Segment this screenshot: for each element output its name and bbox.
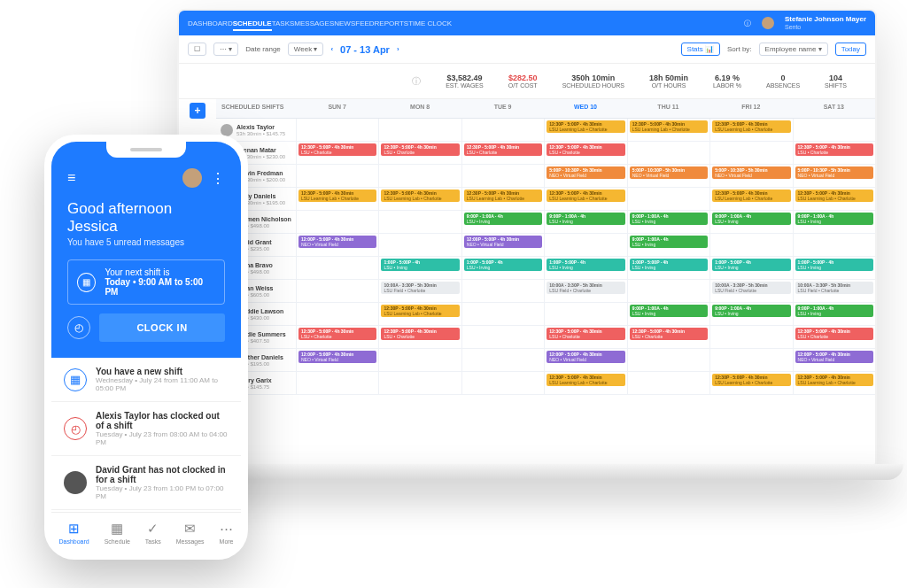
shift-card[interactable]: 9:00P · 1:00A · 4hLSU • Irving [712,305,790,317]
nav-tab-dashboard[interactable]: DASHBOARD [188,19,233,27]
nav-tab-messages[interactable]: MESSAGES [294,19,334,27]
shift-card[interactable]: 12:30P · 5:00P · 4h 30minLSU • Charlotte [547,328,624,340]
shift-slot[interactable]: 9:00P · 1:00A · 4hLSU • Irving [709,211,792,234]
shift-slot[interactable] [709,142,792,165]
shift-slot[interactable] [296,280,378,303]
shift-card[interactable]: 9:00P · 1:00A · 4hLSU • Irving [795,305,873,317]
shift-card[interactable]: 12:30P · 5:00P · 4h 30minLSU Learning La… [712,120,790,133]
shift-card[interactable]: 9:00P · 1:00A · 4hLSU • Irving [630,213,708,225]
shift-slot[interactable]: 12:30P · 5:00P · 4h 30minLSU Learning La… [709,119,792,142]
shift-slot[interactable] [627,349,709,372]
shift-slot[interactable] [461,326,544,349]
shift-slot[interactable]: 1:00P · 5:00P · 4hLSU • Irving [378,257,461,280]
shift-slot[interactable] [709,234,792,257]
shift-card[interactable]: 12:00P · 5:00P · 4h 30minNEO • Virtual F… [464,236,542,248]
shift-slot[interactable]: 12:30P · 5:00P · 4h 30minLSU Learning La… [709,188,792,211]
day-header[interactable]: WED 10 [544,99,626,119]
shift-slot[interactable]: 10:00A · 3:30P · 5h 30minLSU Field • Cha… [793,280,875,303]
shift-slot[interactable]: 1:00P · 5:00P · 4hLSU • Irving [793,257,875,280]
shift-card[interactable]: 12:30P · 5:00P · 4h 30minLSU Learning La… [464,190,542,202]
nav-item-messages[interactable]: ✉Messages [176,521,205,545]
shift-card[interactable]: 1:00P · 5:00P · 4hLSU • Irving [712,259,790,271]
today-button[interactable]: Today [835,43,866,56]
shift-card[interactable]: 1:00P · 5:00P · 4hLSU • Irving [630,259,708,271]
shift-slot[interactable] [378,349,461,372]
shift-card[interactable]: 12:30P · 5:00P · 4h 30minLSU Learning La… [298,190,376,202]
shift-slot[interactable] [793,119,875,142]
shift-card[interactable]: 1:00P · 5:00P · 4hLSU • Irving [547,259,624,271]
menu-icon[interactable]: ≡ [67,170,75,186]
shift-card[interactable]: 12:30P · 5:00P · 4h 30minLSU Learning La… [795,374,873,386]
shift-card[interactable]: 10:00A · 3:30P · 5h 30minLSU Field • Cha… [795,282,873,294]
shift-card[interactable]: 12:00P · 5:00P · 4h 30minNEO • Virtual F… [547,351,624,363]
day-header[interactable]: MON 8 [378,99,461,119]
shift-slot[interactable]: 12:30P · 5:00P · 4h 30minLSU • Charlotte [793,326,875,349]
shift-card[interactable]: 12:00P · 5:00P · 4h 30minNEO • Virtual F… [298,236,376,248]
shift-card[interactable]: 12:30P · 5:00P · 4h 30minLSU • Charlotte [630,328,708,340]
shift-slot[interactable]: 9:00P · 1:00A · 4hLSU • Irving [627,211,709,234]
nav-item-tasks[interactable]: ✓Tasks [145,521,161,545]
shift-slot[interactable] [296,303,378,326]
shift-slot[interactable] [296,119,378,142]
next-shift-card[interactable]: ▦ Your next shift is Today • 9:00 AM to … [67,259,225,305]
shift-card[interactable]: 12:30P · 5:00P · 4h 30minLSU Learning La… [381,305,459,317]
nav-tab-tasks[interactable]: TASKS [272,19,295,27]
shift-slot[interactable] [378,119,461,142]
shift-slot[interactable]: 5:00P · 10:30P · 5h 30minNEO • Virtual F… [627,165,709,188]
shift-slot[interactable] [378,372,461,395]
shift-card[interactable]: 12:30P · 5:00P · 4h 30minLSU Learning La… [547,120,624,133]
shift-slot[interactable] [461,165,544,188]
shift-slot[interactable]: 5:00P · 10:30P · 5h 30minNEO • Virtual F… [793,165,875,188]
shift-slot[interactable]: 10:00A · 3:30P · 5h 30minLSU Field • Cha… [378,280,461,303]
shift-card[interactable]: 12:00P · 5:00P · 4h 30minNEO • Virtual F… [795,351,873,363]
shift-card[interactable]: 5:00P · 10:30P · 5h 30minNEO • Virtual F… [795,166,873,179]
shift-slot[interactable]: 10:00A · 3:30P · 5h 30minLSU Field • Cha… [709,280,792,303]
shift-card[interactable]: 12:30P · 5:00P · 4h 30minLSU Learning La… [795,190,873,202]
shift-slot[interactable]: 9:00P · 1:00A · 4hLSU • Irving [627,234,709,257]
shift-slot[interactable]: 12:00P · 5:00P · 4h 30minNEO • Virtual F… [296,234,378,257]
nav-item-schedule[interactable]: ▦Schedule [105,521,130,545]
shift-slot[interactable]: 12:30P · 5:00P · 4h 30minLSU Learning La… [296,188,378,211]
shift-slot[interactable]: 9:00P · 1:00A · 4hLSU • Irving [461,211,544,234]
shift-slot[interactable] [627,142,709,165]
add-shift-button[interactable]: + [190,103,205,119]
shift-slot[interactable]: 12:30P · 5:00P · 4h 30minLSU • Charlotte [544,142,626,165]
shift-slot[interactable]: 12:30P · 5:00P · 4h 30minLSU • Charlotte [378,326,461,349]
mobile-avatar[interactable] [182,168,202,188]
shift-card[interactable]: 12:30P · 5:00P · 4h 30minLSU • Charlotte [464,143,542,156]
shift-slot[interactable]: 12:30P · 5:00P · 4h 30minLSU • Charlotte [378,142,461,165]
shift-card[interactable]: 12:30P · 5:00P · 4h 30minLSU • Charlotte [381,328,459,340]
help-icon[interactable]: ⓘ [744,19,751,28]
clock-in-button[interactable]: CLOCK IN [99,313,225,342]
day-header[interactable]: TUE 9 [461,99,544,119]
nav-tab-schedule[interactable]: SCHEDULE [233,19,272,31]
shift-slot[interactable]: 1:00P · 5:00P · 4hLSU • Irving [627,257,709,280]
shift-card[interactable]: 12:30P · 5:00P · 4h 30minLSU • Charlotte [381,143,459,156]
shift-slot[interactable]: 12:30P · 5:00P · 4h 30minLSU Learning La… [378,188,461,211]
shift-slot[interactable]: 5:00P · 10:30P · 5h 30minNEO • Virtual F… [709,165,792,188]
shift-slot[interactable] [378,165,461,188]
day-header[interactable]: SUN 7 [296,99,378,119]
date-range[interactable]: 07 - 13 Apr [340,44,390,55]
shift-slot[interactable]: 12:00P · 5:00P · 4h 30minNEO • Virtual F… [793,349,875,372]
sort-select[interactable]: Employee name ▾ [759,43,828,56]
shift-slot[interactable]: 12:30P · 5:00P · 4h 30minLSU Learning La… [544,372,626,395]
nav-prev-icon[interactable]: ‹ [330,45,333,53]
shift-slot[interactable]: 5:00P · 10:30P · 5h 30minNEO • Virtual F… [544,165,626,188]
shift-slot[interactable]: 1:00P · 5:00P · 4hLSU • Irving [461,257,544,280]
shift-slot[interactable] [461,349,544,372]
shift-card[interactable]: 12:00P · 5:00P · 4h 30minNEO • Virtual F… [298,351,376,363]
shift-card[interactable]: 10:00A · 3:30P · 5h 30minLSU Field • Cha… [712,282,790,294]
info-icon[interactable]: ⓘ [412,75,421,88]
shift-card[interactable]: 12:30P · 5:00P · 4h 30minLSU Learning La… [547,374,624,386]
shift-slot[interactable] [461,119,544,142]
shift-slot[interactable]: 12:30P · 5:00P · 4h 30minLSU • Charlotte [793,142,875,165]
shift-card[interactable]: 12:30P · 5:00P · 4h 30minLSU Learning La… [547,190,624,202]
stats-button[interactable]: Stats 📊 [681,43,720,56]
shift-slot[interactable]: 12:30P · 5:00P · 4h 30minLSU Learning La… [627,119,709,142]
shift-card[interactable]: 12:30P · 5:00P · 4h 30minLSU • Charlotte [298,328,376,340]
shift-slot[interactable] [793,234,875,257]
shift-card[interactable]: 12:30P · 5:00P · 4h 30minLSU Learning La… [381,190,459,202]
shift-card[interactable]: 5:00P · 10:30P · 5h 30minNEO • Virtual F… [630,166,708,179]
filter-dropdown[interactable]: ⋯ ▾ [213,43,238,56]
